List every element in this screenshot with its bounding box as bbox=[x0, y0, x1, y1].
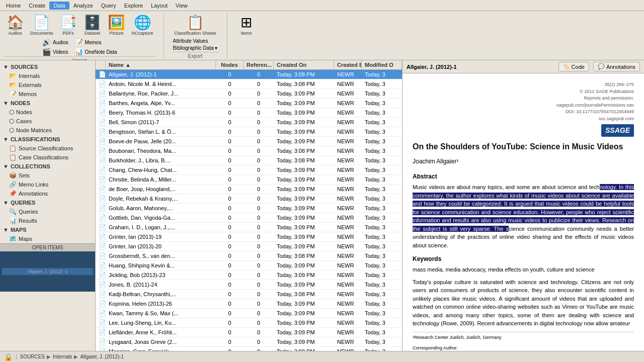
attribute-values-btn[interactable]: Attribute Values bbox=[172, 38, 219, 44]
sidebar-item-memo-links[interactable]: 🔗 Memo Links bbox=[0, 180, 95, 189]
table-row[interactable]: 📄 Golub, Aaron, Mahoney,... 0 0 Today, 3… bbox=[96, 204, 402, 213]
table-row[interactable]: 📄 Lysgaard, Jonas Greve (2... 0 0 Today,… bbox=[96, 337, 402, 347]
sidebar-item-case-classifications[interactable]: 📋 Case Classifications bbox=[0, 153, 95, 162]
audios-btn[interactable]: 🔊 Audios bbox=[41, 38, 69, 47]
sidebar-section-queries[interactable]: ▼ QUERIES bbox=[0, 198, 95, 207]
table-row[interactable]: 📄 Kadji-Beltran, Chrysanthi,... 0 0 Toda… bbox=[96, 290, 402, 299]
table-row[interactable]: 📄 Kopnina, Helen (2013)-26 0 0 Today, 3:… bbox=[96, 299, 402, 309]
col-header-createdby[interactable]: Created By bbox=[334, 60, 362, 69]
row-created: Today, 3:09 PM bbox=[274, 204, 334, 212]
row-modified: Today, 3 bbox=[362, 223, 402, 231]
journal-info-line1: 35(2) 266–275 bbox=[413, 81, 634, 88]
sidebar-item-queries[interactable]: 🔍 Queries bbox=[0, 207, 95, 216]
col-header-name[interactable]: Name ▲ bbox=[106, 60, 216, 69]
sidebar-item-externals[interactable]: 📂 Externals bbox=[0, 80, 95, 89]
table-row[interactable]: 📄 Lee, Lung-Sheng, Lin, Ku... 0 0 Today,… bbox=[96, 318, 402, 328]
row-icon: 📄 bbox=[96, 79, 106, 88]
import-pdfs-btn[interactable]: 📑 PDFs bbox=[57, 13, 79, 37]
menu-layout[interactable]: Layout bbox=[147, 2, 172, 10]
row-icon: 📄 bbox=[96, 242, 106, 251]
menu-analyze[interactable]: Analyze bbox=[69, 2, 97, 10]
table-row[interactable]: 📄 Ballantyne, Roe, Packer, J... 0 0 Toda… bbox=[96, 89, 402, 99]
table-row[interactable]: 📄 Barthes, Angela, Alpe, Yv... 0 0 Today… bbox=[96, 99, 402, 108]
row-modified: Today, 3 bbox=[362, 175, 402, 184]
code-btn[interactable]: 🏷️ Code bbox=[558, 62, 589, 71]
table-row[interactable]: 📄 Bell, Simon (2011)-7 0 0 Today, 3:09 P… bbox=[96, 118, 402, 127]
sidebar-section-nodes[interactable]: ▼ NODES bbox=[0, 99, 95, 108]
sidebar-section-maps[interactable]: ▼ MAPS bbox=[0, 225, 95, 234]
sidebar-item-memos[interactable]: 📝 Memos bbox=[0, 89, 95, 99]
table-row[interactable]: 📄 Doyle, Rebekah & Krasny,... 0 0 Today,… bbox=[96, 194, 402, 204]
menu-view[interactable]: View bbox=[172, 2, 192, 10]
classification-sheets-btn[interactable]: 📋 Classification Sheets bbox=[172, 13, 218, 37]
import-ncapture-btn[interactable]: 🌐 NCcapture bbox=[130, 13, 155, 37]
row-nodes: 0 bbox=[216, 70, 244, 78]
memos-btn[interactable]: 📝 Memos bbox=[73, 38, 118, 47]
table-row[interactable]: 📄 Chang, Chew-Hung, Chat... 0 0 Today, 3… bbox=[96, 165, 402, 175]
menu-query[interactable]: Query bbox=[97, 2, 120, 10]
maps-chevron-icon: ▼ bbox=[3, 227, 9, 233]
table-row[interactable]: 📄 Grinter, Ian (2013)-19 0 0 Today, 3:09… bbox=[96, 232, 402, 242]
sidebar-item-annotations[interactable]: 📌 Annotations bbox=[0, 189, 95, 198]
sidebar-section-classifications[interactable]: ▼ CLASSIFICATIONS bbox=[0, 135, 95, 144]
row-refs: 0 bbox=[244, 128, 274, 136]
memos-sidebar-icon: 📝 bbox=[9, 90, 17, 98]
table-row[interactable]: 📄 Allgaier, J. (2012)-1 0 0 Today, 3:08 … bbox=[96, 70, 402, 79]
bibliographic-data-btn[interactable]: Bibliographic Data ▾ bbox=[172, 45, 219, 51]
col-header-created[interactable]: Created On bbox=[274, 60, 334, 69]
table-row[interactable]: 📄🚩 Burkholder, J., Libra, B.... 0 0 Toda… bbox=[96, 156, 402, 165]
import-picture-btn[interactable]: 🖼️ Picture bbox=[106, 13, 128, 37]
annotations-icon: 📌 bbox=[9, 190, 17, 197]
table-row[interactable]: 📄 Gottlieb, Dan, Vigoda-Ga... 0 0 Today,… bbox=[96, 213, 402, 223]
col-header-refs[interactable]: Referen... bbox=[244, 60, 274, 69]
col-header-modified[interactable]: Modified O bbox=[362, 60, 402, 69]
open-item-thumbnail[interactable]: Allgaier, J. (2012) -1 bbox=[2, 268, 93, 275]
onenote-btn[interactable]: 📊 OneNote Data bbox=[73, 47, 118, 56]
classification-group: 📋 Classification Sheets Attribute Values… bbox=[172, 13, 227, 59]
row-modified: Today, 3 bbox=[362, 195, 402, 203]
table-row[interactable]: 📄 Boubonari, Theodora, Ma... 0 0 Today, … bbox=[96, 146, 402, 156]
table-row[interactable]: 📄🚩 Grossberndt, S., van den... 0 0 Today… bbox=[96, 251, 402, 261]
table-row[interactable]: 📄 Beery, Thomas H. (2013)-6 0 0 Today, 3… bbox=[96, 108, 402, 118]
import-documents-btn[interactable]: 📄 Documents bbox=[28, 13, 55, 37]
table-row[interactable]: 📄 Jickling, Bob (2013)-23 0 0 Today, 3:0… bbox=[96, 270, 402, 280]
col-header-icon[interactable] bbox=[96, 60, 106, 69]
table-row[interactable]: 📄 Grinter, Ian (2013)-20 0 0 Today, 3:09… bbox=[96, 242, 402, 251]
table-row[interactable]: 📄 Liefländer, Anne K., Fröhli... 0 0 Tod… bbox=[96, 328, 402, 337]
menu-home[interactable]: Home bbox=[2, 2, 25, 10]
breadcrumb-arrow2: ▶ bbox=[74, 354, 78, 359]
table-row[interactable]: 📄 de Boer, Joop, Hoogland,... 0 0 Today,… bbox=[96, 185, 402, 194]
row-icon: 📄 bbox=[96, 318, 106, 327]
sidebar-section-sources[interactable]: ▼ SOURCES bbox=[0, 62, 95, 71]
col-header-nodes[interactable]: Nodes bbox=[216, 60, 244, 69]
menu-create[interactable]: Create bbox=[25, 2, 49, 10]
menu-data[interactable]: Data bbox=[49, 2, 69, 10]
table-row[interactable]: 📄 Boeve-de Pauw, Jelle (20... 0 0 Today,… bbox=[96, 137, 402, 146]
sidebar-item-nodes[interactable]: ⬡ Nodes bbox=[0, 108, 95, 117]
sidebar-section-collections[interactable]: ▼ COLLECTIONS bbox=[0, 162, 95, 171]
row-created: Today, 3:09 PM bbox=[274, 261, 334, 269]
menu-explore[interactable]: Explore bbox=[120, 2, 147, 10]
row-modified: Today, 3 bbox=[362, 128, 402, 136]
sidebar-item-node-matrices[interactable]: ⬡ Node Matrices bbox=[0, 126, 95, 135]
sidebar-item-maps[interactable]: 🗺️ Maps bbox=[0, 234, 95, 243]
table-row[interactable]: 📄 Christie, Belinda A., Miller... 0 0 To… bbox=[96, 175, 402, 185]
table-row[interactable]: 📄🚩 Jones, B. (2011)-24 0 0 Today, 3:09 P… bbox=[96, 280, 402, 290]
sidebar-item-sets[interactable]: 📦 Sets bbox=[0, 171, 95, 180]
sidebar-item-results[interactable]: 📊 Results bbox=[0, 216, 95, 225]
videos-btn[interactable]: 🎬 Videos bbox=[41, 47, 69, 56]
table-row[interactable]: 📄 Bengtsson, Stefan L. & Ö... 0 0 Today,… bbox=[96, 127, 402, 137]
sidebar-item-source-classifications[interactable]: 📋 Source Classifications bbox=[0, 144, 95, 153]
annotations-btn[interactable]: 💬 Annotations bbox=[593, 62, 640, 71]
table-row[interactable]: 📄🚩 Graham, I. D., Logan, J.,.... 0 0 Tod… bbox=[96, 223, 402, 232]
status-icon-btn[interactable]: 🔒 bbox=[4, 353, 13, 361]
table-row[interactable]: 📄 Ardoin, Nicole M. & Heiml... 0 0 Today… bbox=[96, 79, 402, 89]
table-row[interactable]: 📄 Huang, Shihping Kevin &... 0 0 Today, … bbox=[96, 261, 402, 270]
table-row[interactable]: 📄 Kwan, Tammy & So, Max (... 0 0 Today, … bbox=[96, 309, 402, 318]
sidebar-item-internals[interactable]: 📂 Internals bbox=[0, 71, 95, 80]
import-dataset-btn[interactable]: 🗄️ Dataset bbox=[82, 13, 104, 37]
table-row[interactable]: 📄 Mannion, Greg, Fenwick,... 0 0 Today, … bbox=[96, 347, 402, 351]
import-project-btn[interactable]: 🏠 Audios bbox=[4, 13, 26, 37]
sidebar-item-cases[interactable]: ⬡ Cases bbox=[0, 117, 95, 126]
items-btn[interactable]: ⊞ Items bbox=[235, 13, 258, 37]
